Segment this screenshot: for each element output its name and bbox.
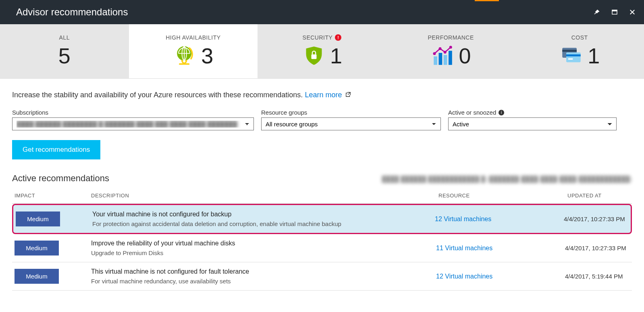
alert-icon: !: [335, 34, 341, 41]
svg-rect-15: [566, 52, 581, 62]
row-title: Improve the reliability of your virtual …: [91, 240, 436, 247]
impact-badge: Medium: [16, 211, 60, 226]
tab-ha-label: HIGH AVAILABILITY: [166, 34, 220, 41]
svg-rect-4: [311, 54, 316, 59]
impact-badge: Medium: [15, 241, 59, 255]
close-icon[interactable]: [629, 8, 636, 16]
filter-rg-label: Resource groups: [261, 109, 441, 116]
tab-performance[interactable]: PERFORMANCE 0: [386, 24, 515, 78]
svg-rect-8: [449, 51, 452, 65]
svg-rect-6: [438, 53, 442, 65]
titlebar: Advisor recommendations: [0, 0, 644, 24]
filter-as-label: Active or snoozed: [448, 109, 496, 116]
tab-security[interactable]: SECURITY ! 1: [258, 24, 386, 78]
chart-icon: [431, 44, 455, 68]
intro-sentence: Increase the stability and availability …: [12, 91, 305, 99]
intro-text: Increase the stability and availability …: [12, 91, 632, 99]
svg-rect-1: [612, 10, 617, 11]
tab-perf-label: PERFORMANCE: [428, 34, 474, 41]
svg-point-9: [433, 52, 436, 55]
filter-row: Subscriptions ████ ██████ ████████ █ ███…: [12, 109, 632, 130]
resource-link[interactable]: 12 Virtual machines: [435, 216, 491, 222]
svg-rect-3: [179, 63, 189, 65]
svg-rect-14: [562, 50, 577, 52]
svg-rect-17: [568, 59, 573, 60]
table-row[interactable]: Medium Your virtual machine is not confi…: [12, 204, 632, 234]
tab-all-count: 5: [58, 43, 71, 68]
svg-rect-5: [434, 57, 437, 65]
tab-security-label: SECURITY: [303, 34, 333, 41]
filter-subscriptions: Subscriptions ████ ██████ ████████ █ ███…: [12, 109, 254, 130]
tab-perf-count: 0: [459, 43, 471, 68]
tab-security-count: 1: [330, 43, 342, 68]
filter-active-snoozed: Active or snoozedi Active: [448, 109, 617, 130]
globe-icon: [173, 44, 197, 68]
updated-at: 4/4/2017, 5:19:44 PM: [565, 273, 623, 280]
tab-high-availability[interactable]: HIGH AVAILABILITY 3: [129, 24, 258, 78]
tab-cost-label: COST: [571, 34, 588, 41]
info-icon[interactable]: i: [499, 110, 504, 115]
external-link-icon: [345, 92, 351, 97]
pin-icon[interactable]: [593, 8, 600, 16]
svg-point-11: [443, 51, 446, 54]
resource-link[interactable]: 11 Virtual machines: [436, 245, 492, 251]
updated-at: 4/4/2017, 10:27:33 PM: [565, 245, 626, 251]
col-header-impact[interactable]: IMPACT: [15, 193, 91, 199]
table-row[interactable]: Medium This virtual machine is not confi…: [12, 262, 632, 291]
get-recommendations-button[interactable]: Get recommendations: [12, 140, 100, 159]
row-subtitle: For protection against accidental data d…: [92, 220, 435, 227]
resource-groups-select[interactable]: All resource groups: [261, 117, 441, 130]
impact-badge: Medium: [15, 269, 59, 284]
learn-more-link[interactable]: Learn more: [305, 91, 342, 99]
main-content: Increase the stability and availability …: [0, 79, 644, 291]
row-subtitle: Upgrade to Premium Disks: [91, 249, 436, 256]
page-title: Advisor recommendations: [16, 6, 128, 18]
shield-icon: [302, 44, 326, 68]
col-header-updated[interactable]: UPDATED AT: [567, 193, 632, 199]
tab-cost[interactable]: COST 1: [515, 24, 644, 78]
active-snoozed-select[interactable]: Active: [448, 117, 617, 130]
svg-point-12: [449, 46, 452, 49]
row-title: This virtual machine is not configured f…: [91, 268, 436, 275]
maximize-icon[interactable]: [611, 8, 618, 16]
tab-cost-count: 1: [588, 43, 600, 68]
filter-subscriptions-label: Subscriptions: [12, 109, 254, 116]
svg-point-10: [438, 47, 441, 50]
row-subtitle: For virtual machine redundancy, use avai…: [91, 278, 436, 285]
updated-at: 4/4/2017, 10:27:33 PM: [564, 216, 625, 222]
col-header-resource[interactable]: RESOURCE: [438, 193, 567, 199]
subscription-id-blurred: ████ ██████ ████████████ █ (███████-████…: [382, 176, 632, 182]
active-recommendations-heading: Active recommendations: [12, 173, 109, 184]
filter-resource-groups: Resource groups All resource groups: [261, 109, 441, 130]
tab-ha-count: 3: [201, 43, 213, 68]
svg-rect-16: [566, 54, 581, 57]
titlebar-actions: [593, 8, 636, 16]
table-row[interactable]: Medium Improve the reliability of your v…: [12, 234, 632, 262]
category-tabs: ALL 5 HIGH AVAILABILITY 3 SECURITY ! 1 P…: [0, 24, 644, 79]
tab-all[interactable]: ALL 5: [0, 24, 129, 78]
svg-rect-7: [443, 55, 447, 65]
col-header-description[interactable]: DESCRIPTION: [91, 193, 438, 199]
credit-card-icon: [559, 44, 584, 68]
row-title: Your virtual machine is not configured f…: [92, 211, 435, 218]
table-header: IMPACT DESCRIPTION RESOURCE UPDATED AT: [12, 190, 632, 204]
tab-all-label: ALL: [59, 34, 70, 41]
subscriptions-select[interactable]: ████ ██████ ████████ █ ███████ ████ ███ …: [12, 117, 254, 130]
resource-link[interactable]: 12 Virtual machines: [436, 273, 492, 280]
